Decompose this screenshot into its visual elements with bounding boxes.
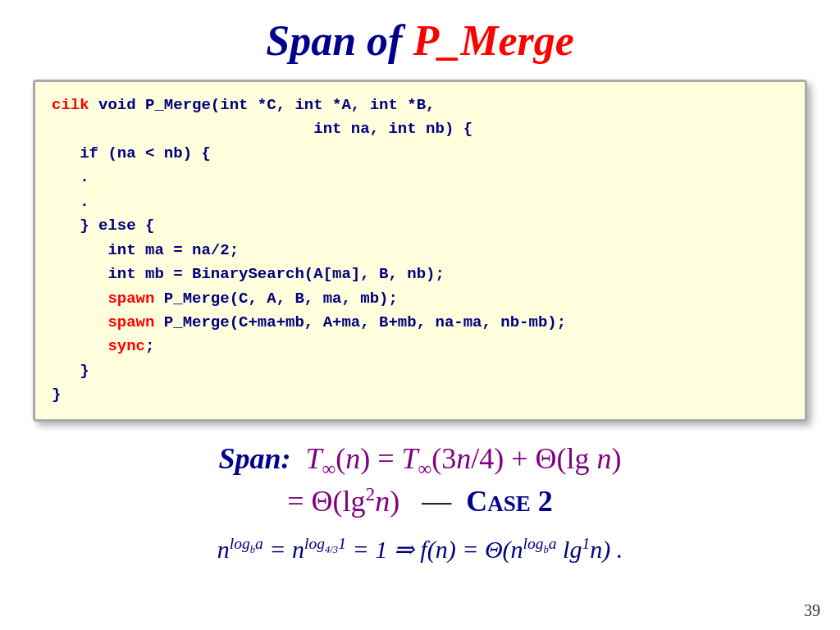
code-line-1: cilk void P_Merge(int *C, int *A, int *B… <box>52 94 788 117</box>
code-dot2: . <box>52 193 89 211</box>
spawn-keyword-1: spawn <box>52 290 154 308</box>
code-line-4: . <box>52 166 788 189</box>
slide-page: Span of P_Merge cilk void P_Merge(int *C… <box>0 0 840 630</box>
code-spawn2-rest: P_Merge(C+ma+mb, A+ma, B+mb, na-ma, nb-m… <box>154 313 566 331</box>
title-span: Span of <box>266 17 413 64</box>
code-line-12: } <box>52 359 788 383</box>
code-else: } else { <box>52 217 154 235</box>
page-number: 39 <box>804 601 820 620</box>
code-line-13: } <box>52 383 788 407</box>
code-close-else: } <box>52 362 89 380</box>
case2-label: CASE 2 <box>466 485 553 518</box>
bottom-formula: nlogba = nlog4/31 = 1 ⇒ f(n) = Θ(nlogba … <box>33 535 807 564</box>
sync-keyword: sync <box>52 337 145 355</box>
code-line1-rest: void P_Merge(int *C, int *A, int *B, <box>89 96 436 114</box>
span-word: Span: <box>218 442 290 475</box>
code-line2-text: int na, int nb) { <box>52 120 472 138</box>
code-line-2: int na, int nb) { <box>52 117 788 141</box>
code-spawn1-rest: P_Merge(C, A, B, ma, mb); <box>154 290 397 308</box>
code-dot1: . <box>52 168 89 186</box>
code-line-3: if (na < nb) { <box>52 142 788 166</box>
code-line-7: int ma = na/2; <box>52 239 788 262</box>
code-block: cilk void P_Merge(int *C, int *A, int *B… <box>33 80 807 422</box>
code-line-6: } else { <box>52 214 788 238</box>
code-int-ma: int ma = na/2; <box>52 241 239 259</box>
code-line-10: spawn P_Merge(C+ma+mb, A+ma, B+mb, na-ma… <box>52 311 788 335</box>
cilk-keyword: cilk <box>52 96 89 114</box>
formula-line1: Span: T∞(n) = T∞(3n/4) + Θ(lg n) <box>33 441 807 480</box>
spawn-keyword-2: spawn <box>52 313 154 331</box>
code-int-mb: int mb = BinarySearch(A[ma], B, nb); <box>52 265 445 283</box>
title-pmerge: P_Merge <box>413 17 573 64</box>
code-line-8: int mb = BinarySearch(A[ma], B, nb); <box>52 262 788 286</box>
code-if: if (na < nb) { <box>52 144 211 162</box>
formula-line2: = Θ(lg2n) — CASE 2 <box>33 483 807 518</box>
span-formula-block: Span: T∞(n) = T∞(3n/4) + Θ(lg n) = Θ(lg2… <box>33 441 807 518</box>
code-close-fn: } <box>52 386 61 404</box>
code-line-11: sync; <box>52 335 788 358</box>
formula-line1-math: T∞(n) = T∞(3n/4) + Θ(lg n) <box>299 442 622 475</box>
code-line-5: . <box>52 190 788 214</box>
code-sync-semi: ; <box>145 337 154 355</box>
formula-line2-math: = Θ(lg2n) <box>287 485 407 518</box>
slide-title: Span of P_Merge <box>33 16 807 65</box>
code-line-9: spawn P_Merge(C, A, B, ma, mb); <box>52 287 788 311</box>
